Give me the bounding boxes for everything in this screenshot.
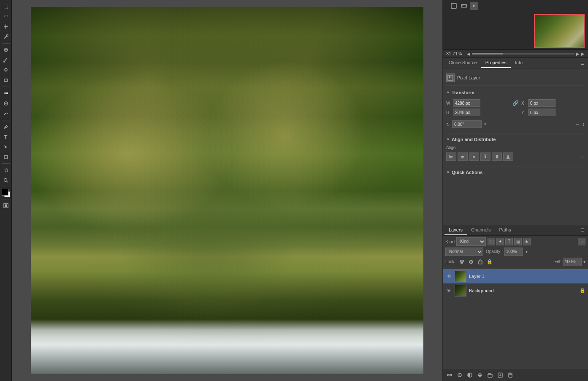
- rotation-dropdown[interactable]: ▾: [484, 122, 486, 126]
- filter-smart-icon[interactable]: ◈: [523, 238, 531, 245]
- zoom-fit-btn[interactable]: ▶: [581, 52, 585, 56]
- quick-actions-title: Quick Actions: [452, 170, 483, 175]
- lock-pixels-btn[interactable]: [458, 258, 466, 266]
- svg-rect-19: [451, 3, 456, 8]
- tab-clone-source[interactable]: Clone Source: [444, 58, 481, 68]
- x-input[interactable]: [528, 99, 555, 107]
- hand-tool[interactable]: [1, 166, 11, 175]
- panel-icons-row: P: [443, 0, 588, 12]
- layer-item-background[interactable]: 👁 Background 🔒: [443, 283, 588, 298]
- opacity-dropdown[interactable]: ▾: [526, 249, 528, 254]
- lock-artboard-btn[interactable]: [477, 258, 484, 266]
- path-selection-tool[interactable]: [1, 142, 11, 152]
- crop-tool[interactable]: [1, 22, 11, 31]
- lasso-tool[interactable]: ◠: [1, 12, 11, 21]
- opacity-label: Opacity:: [486, 249, 501, 254]
- brush-tool[interactable]: [1, 55, 11, 65]
- eyedropper-tool[interactable]: [1, 32, 11, 41]
- zoom-tool[interactable]: [1, 176, 11, 185]
- type-tool[interactable]: T: [1, 132, 11, 142]
- layer-adjustment-btn[interactable]: [476, 371, 484, 379]
- marquee-tool[interactable]: ⬚: [1, 2, 11, 11]
- screen-mode[interactable]: [1, 201, 11, 210]
- transform-section-header[interactable]: ▼ Transform: [446, 88, 585, 97]
- align-top-btn[interactable]: [480, 152, 490, 161]
- layer1-visibility[interactable]: 👁: [445, 273, 452, 280]
- layer-item-layer1[interactable]: 👁 Layer 1: [443, 269, 588, 283]
- tab-layers[interactable]: Layers: [444, 225, 467, 235]
- background-visibility[interactable]: 👁: [445, 287, 452, 294]
- pixel-layer-icon: [446, 73, 455, 82]
- align-title: Align and Distribute: [452, 137, 496, 142]
- layer-new-btn[interactable]: [496, 371, 504, 379]
- flip-horizontal-btn[interactable]: ↔: [575, 121, 580, 127]
- layer-link-btn[interactable]: [445, 371, 454, 379]
- separator-2: [2, 87, 10, 87]
- lock-all-btn[interactable]: 🔒: [486, 258, 493, 266]
- link-icon[interactable]: 🔗: [511, 100, 520, 106]
- lock-position-btn[interactable]: [467, 258, 475, 266]
- pen-tool[interactable]: [1, 122, 11, 131]
- svg-rect-36: [507, 158, 510, 159]
- layers-menu-btn[interactable]: ☰: [579, 226, 586, 234]
- height-input[interactable]: [453, 109, 480, 116]
- y-input[interactable]: [528, 109, 555, 116]
- align-center-vertical-btn[interactable]: [458, 152, 468, 161]
- zoom-decrease-btn[interactable]: ◀: [467, 52, 470, 56]
- width-input[interactable]: [453, 99, 480, 107]
- align-bottom-btn[interactable]: [503, 152, 513, 161]
- align-right-btn[interactable]: [469, 152, 479, 161]
- layer-style-btn[interactable]: f: [455, 371, 464, 379]
- layer-group-btn[interactable]: [486, 371, 494, 379]
- dodge-tool[interactable]: [1, 99, 11, 108]
- align-left-btn[interactable]: [446, 152, 456, 161]
- filter-toggle[interactable]: ○: [578, 238, 585, 245]
- tab-paths[interactable]: Paths: [495, 225, 515, 235]
- filter-select[interactable]: Kind Name Effect: [456, 237, 486, 246]
- color-swatches[interactable]: [2, 189, 10, 197]
- blend-mode-select[interactable]: Normal Multiply Screen Overlay: [445, 248, 483, 256]
- quick-actions-header[interactable]: ▼ Quick Actions: [446, 168, 585, 177]
- tab-properties[interactable]: Properties: [481, 58, 511, 68]
- shape-tool[interactable]: [1, 152, 11, 162]
- layer-lock-row: Lock: 🔒 Fill: ▾: [445, 256, 585, 266]
- clone-tool[interactable]: [1, 65, 11, 75]
- y-field: Y: [521, 109, 585, 116]
- flip-vertical-btn[interactable]: ↕: [582, 121, 585, 127]
- layer-delete-btn[interactable]: [506, 371, 515, 379]
- smudge-tool[interactable]: [1, 109, 11, 118]
- fill-input[interactable]: [563, 258, 582, 266]
- svg-rect-29: [461, 156, 464, 158]
- canvas-area: [12, 0, 442, 381]
- svg-point-15: [4, 179, 7, 182]
- tab-info[interactable]: Info: [511, 58, 527, 68]
- properties-scroll[interactable]: Pixel Layer ▼ Transform W 🔗 X H: [443, 68, 588, 225]
- gradient-tool[interactable]: [1, 89, 11, 98]
- zoom-slider[interactable]: [472, 53, 574, 54]
- zoom-increase-btn[interactable]: ▶: [576, 52, 580, 56]
- background-thumb-img: [455, 285, 466, 296]
- healing-tool[interactable]: [1, 45, 11, 54]
- panel-icon-ruler[interactable]: [460, 2, 468, 10]
- separator-1: [2, 43, 10, 44]
- tab-channels[interactable]: Channels: [467, 225, 495, 235]
- align-center-horizontal-btn[interactable]: [492, 152, 502, 161]
- panel-menu-btn[interactable]: ☰: [579, 59, 586, 67]
- align-more-btn[interactable]: ···: [579, 154, 585, 160]
- filter-type-icon[interactable]: T: [505, 238, 513, 245]
- svg-rect-18: [5, 204, 7, 207]
- canvas-content[interactable]: [12, 0, 442, 381]
- align-section-header[interactable]: ▼ Align and Distribute: [446, 135, 585, 144]
- fill-dropdown[interactable]: ▾: [583, 259, 585, 264]
- panel-icon-select[interactable]: [450, 2, 458, 10]
- opacity-input[interactable]: [504, 248, 523, 256]
- svg-rect-37: [507, 155, 509, 158]
- rotation-input[interactable]: [452, 120, 482, 128]
- eraser-tool[interactable]: [1, 76, 11, 85]
- svg-rect-31: [473, 156, 475, 158]
- separator-5: [2, 187, 10, 187]
- filter-adjust-icon[interactable]: ✦: [496, 238, 504, 245]
- filter-pixel-icon[interactable]: ⬚: [488, 238, 495, 245]
- layer-mask-btn[interactable]: [466, 371, 474, 379]
- filter-shape-icon[interactable]: ▤: [514, 238, 522, 245]
